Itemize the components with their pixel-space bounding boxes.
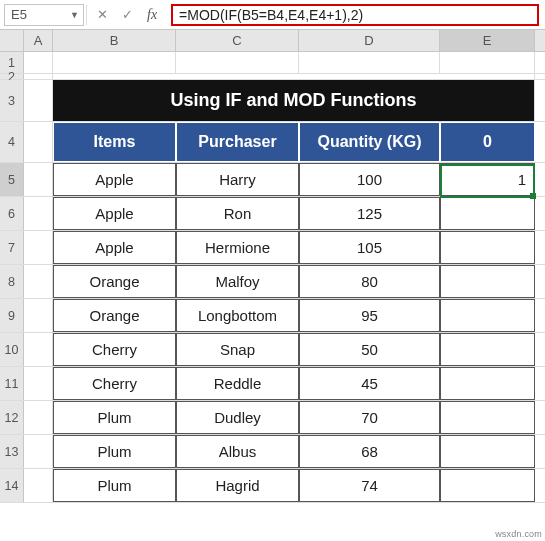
cell-reference: E5 (11, 7, 27, 22)
name-box-dropdown-icon[interactable]: ▼ (70, 10, 79, 20)
cell[interactable] (176, 52, 299, 73)
table-cell-items[interactable]: Apple (53, 197, 176, 230)
column-header-e[interactable]: E (440, 30, 535, 51)
enter-icon[interactable]: ✓ (122, 7, 133, 22)
cell[interactable] (24, 80, 53, 121)
table-cell-purchaser[interactable]: Reddle (176, 367, 299, 400)
cell[interactable] (53, 52, 176, 73)
cell[interactable] (24, 231, 53, 264)
formula-input[interactable]: =MOD(IF(B5=B4,E4,E4+1),2) (171, 4, 539, 26)
table-cell-quantity[interactable]: 70 (299, 401, 440, 434)
table-cell-items[interactable]: Apple (53, 163, 176, 196)
row-header[interactable]: 13 (0, 435, 24, 468)
cell[interactable] (24, 197, 53, 230)
table-cell-helper[interactable] (440, 299, 535, 332)
row-header[interactable]: 10 (0, 333, 24, 366)
table-cell-quantity[interactable]: 80 (299, 265, 440, 298)
table-cell-purchaser[interactable]: Longbottom (176, 299, 299, 332)
row-header[interactable]: 8 (0, 265, 24, 298)
cell[interactable] (24, 299, 53, 332)
row-header[interactable]: 2 (0, 74, 24, 79)
row-header[interactable]: 4 (0, 122, 24, 162)
row-header[interactable]: 9 (0, 299, 24, 332)
table-cell-quantity[interactable]: 50 (299, 333, 440, 366)
table-cell-items[interactable]: Cherry (53, 367, 176, 400)
cell[interactable] (440, 52, 535, 73)
table-cell-quantity[interactable]: 95 (299, 299, 440, 332)
table-cell-purchaser[interactable]: Dudley (176, 401, 299, 434)
table-cell-purchaser[interactable]: Hermione (176, 231, 299, 264)
table-cell-helper[interactable] (440, 435, 535, 468)
watermark: wsxdn.com (495, 529, 542, 539)
formula-bar: E5 ▼ ✕ ✓ fx =MOD(IF(B5=B4,E4,E4+1),2) (0, 0, 545, 30)
column-header-c[interactable]: C (176, 30, 299, 51)
table-cell-items[interactable]: Plum (53, 435, 176, 468)
table-cell-helper[interactable] (440, 265, 535, 298)
spreadsheet-grid[interactable]: 1 2 3 Using IF and MOD Functions 4 Items… (0, 52, 545, 503)
table-cell-quantity[interactable]: 100 (299, 163, 440, 196)
cell[interactable] (24, 367, 53, 400)
table-cell-quantity[interactable]: 68 (299, 435, 440, 468)
table-cell-quantity[interactable]: 45 (299, 367, 440, 400)
cell[interactable] (24, 74, 53, 79)
column-header-b[interactable]: B (53, 30, 176, 51)
table-cell-purchaser[interactable]: Albus (176, 435, 299, 468)
table-cell-items[interactable]: Orange (53, 265, 176, 298)
cancel-icon[interactable]: ✕ (97, 7, 108, 22)
formula-text: =MOD(IF(B5=B4,E4,E4+1),2) (179, 7, 363, 23)
formula-bar-buttons: ✕ ✓ fx (87, 7, 167, 23)
table-cell-purchaser[interactable]: Ron (176, 197, 299, 230)
cell[interactable] (24, 52, 53, 73)
table-cell-helper[interactable] (440, 469, 535, 502)
table-cell-purchaser[interactable]: Hagrid (176, 469, 299, 502)
table-cell-quantity[interactable]: 125 (299, 197, 440, 230)
table-header-quantity: Quantity (KG) (299, 122, 440, 162)
fx-icon[interactable]: fx (147, 7, 157, 23)
table-cell-items[interactable]: Plum (53, 469, 176, 502)
row-header[interactable]: 7 (0, 231, 24, 264)
cell[interactable] (24, 435, 53, 468)
page-title: Using IF and MOD Functions (53, 80, 535, 121)
cell[interactable] (24, 122, 53, 162)
row-header[interactable]: 5 (0, 163, 24, 196)
row-header[interactable]: 3 (0, 80, 24, 121)
row-header[interactable]: 14 (0, 469, 24, 502)
cell[interactable] (299, 52, 440, 73)
table-cell-helper[interactable] (440, 333, 535, 366)
table-header-purchaser: Purchaser (176, 122, 299, 162)
table-cell-quantity[interactable]: 105 (299, 231, 440, 264)
cell[interactable] (24, 163, 53, 196)
cell[interactable] (24, 333, 53, 366)
column-header-d[interactable]: D (299, 30, 440, 51)
row-header[interactable]: 6 (0, 197, 24, 230)
column-header-a[interactable]: A (24, 30, 53, 51)
cell[interactable] (24, 401, 53, 434)
title-text: Using IF and MOD Functions (171, 90, 417, 111)
table-cell-items[interactable]: Cherry (53, 333, 176, 366)
table-cell-helper[interactable] (440, 197, 535, 230)
cell[interactable] (53, 74, 535, 79)
table-cell-purchaser[interactable]: Snap (176, 333, 299, 366)
table-cell-helper[interactable] (440, 401, 535, 434)
table-header-items: Items (53, 122, 176, 162)
table-cell-helper[interactable] (440, 231, 535, 264)
table-header-helper: 0 (440, 122, 535, 162)
table-cell-items[interactable]: Orange (53, 299, 176, 332)
name-box[interactable]: E5 ▼ (4, 4, 84, 26)
table-cell-helper[interactable] (440, 367, 535, 400)
table-cell-purchaser[interactable]: Malfoy (176, 265, 299, 298)
select-all-corner[interactable] (0, 30, 24, 51)
table-cell-items[interactable]: Apple (53, 231, 176, 264)
cell[interactable] (24, 265, 53, 298)
table-cell-items[interactable]: Plum (53, 401, 176, 434)
row-header[interactable]: 11 (0, 367, 24, 400)
table-cell-purchaser[interactable]: Harry (176, 163, 299, 196)
table-cell-helper[interactable]: 1 (440, 163, 535, 196)
row-header[interactable]: 12 (0, 401, 24, 434)
column-headers: A B C D E (0, 30, 545, 52)
cell[interactable] (24, 469, 53, 502)
table-cell-quantity[interactable]: 74 (299, 469, 440, 502)
